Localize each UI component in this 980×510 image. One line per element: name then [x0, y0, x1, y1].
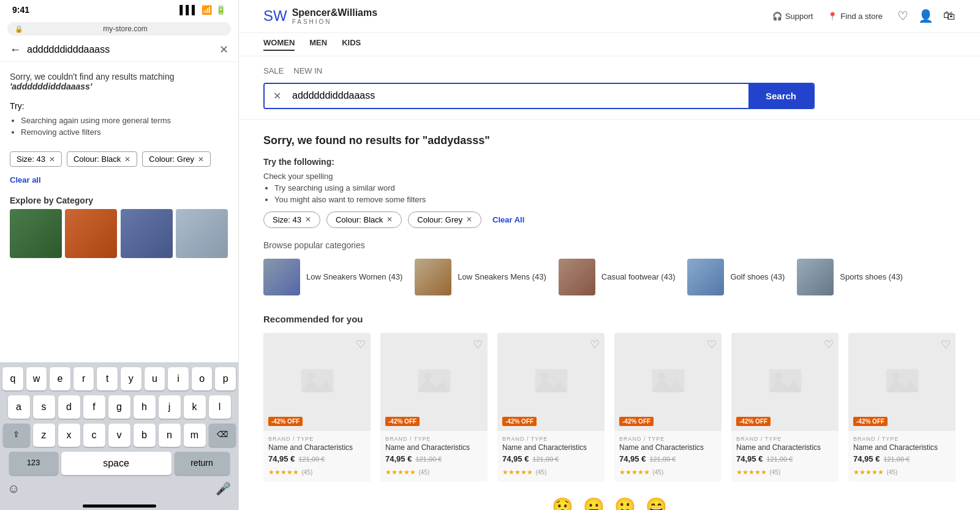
- wishlist-button-3[interactable]: ♡: [707, 338, 717, 351]
- battery-icon: 🔋: [216, 5, 226, 15]
- key-y[interactable]: y: [121, 367, 141, 390]
- subnav-sale[interactable]: SALE: [263, 66, 284, 75]
- feedback-happy-icon[interactable]: 🙂: [614, 497, 636, 510]
- key-o[interactable]: o: [192, 367, 213, 390]
- key-e[interactable]: e: [50, 367, 70, 390]
- key-b[interactable]: b: [134, 424, 156, 447]
- key-h[interactable]: h: [134, 395, 156, 419]
- key-m[interactable]: m: [184, 424, 206, 447]
- desktop-tips-list: Try searching using a similar word You m…: [263, 183, 956, 204]
- mobile-clear-all-button[interactable]: Clear all: [10, 172, 41, 185]
- key-n[interactable]: n: [159, 424, 181, 447]
- feedback-neutral-icon[interactable]: 😐: [583, 497, 605, 510]
- emoji-icon[interactable]: ☺: [7, 482, 20, 496]
- svg-point-2: [306, 372, 314, 379]
- desktop-sub-nav: SALE NEW IN: [263, 66, 956, 75]
- key-i[interactable]: i: [168, 367, 189, 390]
- key-x[interactable]: x: [58, 424, 80, 447]
- mobile-cat-2[interactable]: [65, 209, 117, 258]
- category-card-0[interactable]: Low Sneakers Women (43): [263, 259, 402, 295]
- key-v[interactable]: v: [108, 424, 130, 447]
- key-r[interactable]: r: [74, 367, 94, 390]
- header-action-icons: ♡ 👤 🛍: [897, 9, 956, 23]
- key-w[interactable]: w: [26, 367, 47, 390]
- key-a[interactable]: a: [8, 395, 30, 419]
- desktop-clear-all-button[interactable]: Clear All: [492, 215, 524, 224]
- cart-icon[interactable]: 🛍: [943, 9, 956, 23]
- filter-tag-size[interactable]: Size: 43 ✕: [10, 151, 62, 167]
- wishlist-button-2[interactable]: ♡: [590, 338, 600, 351]
- category-card-2[interactable]: Casual footwear (43): [559, 259, 676, 295]
- mobile-search-input[interactable]: [27, 44, 213, 55]
- wishlist-icon[interactable]: ♡: [897, 9, 908, 23]
- back-icon[interactable]: ←: [10, 44, 21, 56]
- numbers-key[interactable]: 123: [9, 452, 58, 475]
- nav-men[interactable]: MEN: [309, 38, 327, 51]
- desktop-filter-colour-grey[interactable]: Colour: Grey ✕: [408, 211, 481, 228]
- category-card-3[interactable]: Golf shoes (43): [687, 259, 785, 295]
- key-g[interactable]: g: [108, 395, 130, 419]
- account-icon[interactable]: 👤: [918, 9, 933, 23]
- key-t[interactable]: t: [97, 367, 118, 390]
- product-img-5: ♡ -42% OFF: [848, 333, 956, 431]
- product-info-1: BRAND / TYPE Name and Characteristics 74…: [380, 431, 488, 482]
- remove-grey-filter-icon[interactable]: ✕: [198, 155, 204, 164]
- on-screen-keyboard[interactable]: q w e r t y u i o p a s d f g h j k l ⇧ …: [0, 362, 238, 510]
- shift-key[interactable]: ⇧: [3, 424, 30, 447]
- feedback-very-happy-icon[interactable]: 😄: [646, 497, 667, 510]
- filter-tag-colour-grey[interactable]: Colour: Grey ✕: [142, 151, 211, 167]
- mobile-search-bar: ← ✕: [0, 38, 238, 62]
- search-clear-button[interactable]: ✕: [265, 84, 290, 108]
- feedback-sad-icon[interactable]: 😟: [552, 497, 573, 510]
- search-submit-button[interactable]: Search: [748, 84, 813, 108]
- discount-badge-3: -42% OFF: [619, 417, 654, 426]
- mobile-cat-1[interactable]: [10, 209, 62, 258]
- key-d[interactable]: d: [58, 395, 80, 419]
- product-placeholder-icon-2: [533, 362, 570, 402]
- mobile-time: 9:41: [12, 5, 29, 15]
- subnav-newin[interactable]: NEW IN: [293, 66, 322, 75]
- nav-women[interactable]: WOMEN: [263, 38, 295, 51]
- remove-black-filter-icon[interactable]: ✕: [124, 155, 130, 164]
- key-q[interactable]: q: [2, 367, 23, 390]
- desktop-search-input[interactable]: [290, 84, 748, 108]
- key-c[interactable]: c: [83, 424, 105, 447]
- desktop-filter-colour-black[interactable]: Colour: Black ✕: [326, 211, 402, 228]
- product-info-0: BRAND / TYPE Name and Characteristics 74…: [263, 431, 371, 482]
- mobile-cat-4[interactable]: [176, 209, 228, 258]
- filter-tag-colour-black[interactable]: Colour: Black ✕: [67, 151, 137, 167]
- key-s[interactable]: s: [33, 395, 55, 419]
- wishlist-button-1[interactable]: ♡: [473, 338, 483, 351]
- clear-search-icon[interactable]: ✕: [219, 43, 228, 56]
- nav-kids[interactable]: KIDS: [342, 38, 361, 51]
- location-icon: 📍: [827, 12, 837, 21]
- cat-thumb-3: [687, 259, 724, 295]
- find-store-link[interactable]: 📍 Find a store: [827, 12, 883, 21]
- key-z[interactable]: z: [33, 424, 55, 447]
- mobile-cat-3[interactable]: [121, 209, 173, 258]
- key-j[interactable]: j: [159, 395, 181, 419]
- product-placeholder-icon-3: [650, 362, 687, 402]
- wishlist-button-0[interactable]: ♡: [356, 338, 366, 351]
- category-card-4[interactable]: Sports shoes (43): [797, 259, 903, 295]
- key-u[interactable]: u: [145, 367, 165, 390]
- support-link[interactable]: 🎧 Support: [772, 12, 813, 21]
- mic-icon[interactable]: 🎤: [216, 481, 231, 496]
- remove-black-filter-icon-d[interactable]: ✕: [386, 215, 393, 224]
- key-p[interactable]: p: [215, 367, 236, 390]
- wishlist-button-4[interactable]: ♡: [824, 338, 834, 351]
- key-l[interactable]: l: [209, 395, 231, 419]
- remove-grey-filter-icon-d[interactable]: ✕: [466, 215, 472, 224]
- return-key[interactable]: return: [175, 452, 230, 475]
- svg-point-17: [891, 372, 899, 379]
- desktop-main-content: Sorry, we found no results for "addydass…: [239, 120, 980, 510]
- key-k[interactable]: k: [184, 395, 206, 419]
- remove-size-filter-icon[interactable]: ✕: [49, 155, 55, 164]
- remove-size-filter-icon-d[interactable]: ✕: [305, 215, 311, 224]
- space-key[interactable]: space: [61, 452, 172, 475]
- desktop-filter-size[interactable]: Size: 43 ✕: [263, 211, 320, 228]
- category-card-1[interactable]: Low Sneakers Mens (43): [415, 259, 546, 295]
- backspace-key[interactable]: ⌫: [209, 424, 236, 447]
- wishlist-button-5[interactable]: ♡: [941, 338, 951, 351]
- key-f[interactable]: f: [83, 395, 105, 419]
